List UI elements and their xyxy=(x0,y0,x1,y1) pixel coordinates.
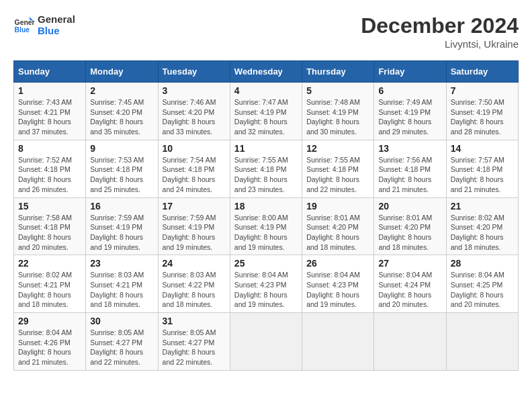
day-number: 16 xyxy=(90,201,153,212)
calendar-cell: 26Sunrise: 8:04 AM Sunset: 4:23 PM Dayli… xyxy=(302,255,374,313)
day-number: 10 xyxy=(163,143,226,154)
day-info: Sunrise: 8:04 AM Sunset: 4:23 PM Dayligh… xyxy=(234,270,298,310)
day-info: Sunrise: 7:59 AM Sunset: 4:19 PM Dayligh… xyxy=(90,213,153,253)
day-number: 18 xyxy=(234,201,298,212)
calendar-cell: 24Sunrise: 8:03 AM Sunset: 4:22 PM Dayli… xyxy=(158,255,230,313)
week-row-2: 8Sunrise: 7:52 AM Sunset: 4:18 PM Daylig… xyxy=(14,140,519,197)
day-number: 11 xyxy=(234,143,298,154)
day-info: Sunrise: 7:49 AM Sunset: 4:19 PM Dayligh… xyxy=(378,97,441,137)
calendar-cell: 1Sunrise: 7:43 AM Sunset: 4:21 PM Daylig… xyxy=(14,83,86,140)
day-info: Sunrise: 7:48 AM Sunset: 4:19 PM Dayligh… xyxy=(306,97,369,137)
day-info: Sunrise: 7:50 AM Sunset: 4:19 PM Dayligh… xyxy=(451,97,514,137)
calendar-cell xyxy=(374,313,446,371)
calendar-cell: 21Sunrise: 8:02 AM Sunset: 4:20 PM Dayli… xyxy=(446,197,518,255)
title-block: December 2024 Livyntsi, Ukraine xyxy=(361,13,519,50)
day-info: Sunrise: 7:53 AM Sunset: 4:18 PM Dayligh… xyxy=(90,155,153,195)
header-day-thursday: Thursday xyxy=(302,61,374,83)
calendar-cell: 27Sunrise: 8:04 AM Sunset: 4:24 PM Dayli… xyxy=(374,255,446,313)
calendar-cell: 29Sunrise: 8:04 AM Sunset: 4:26 PM Dayli… xyxy=(14,313,86,371)
day-info: Sunrise: 7:46 AM Sunset: 4:20 PM Dayligh… xyxy=(163,97,226,137)
logo-icon: General Blue xyxy=(13,14,35,36)
day-info: Sunrise: 8:02 AM Sunset: 4:21 PM Dayligh… xyxy=(18,270,81,310)
calendar-table: SundayMondayTuesdayWednesdayThursdayFrid… xyxy=(13,60,519,371)
header-day-saturday: Saturday xyxy=(446,61,518,83)
page-header: General Blue General Blue December 2024 … xyxy=(13,13,519,50)
day-number: 25 xyxy=(234,258,298,269)
calendar-cell: 18Sunrise: 8:00 AM Sunset: 4:19 PM Dayli… xyxy=(230,197,302,255)
day-info: Sunrise: 8:01 AM Sunset: 4:20 PM Dayligh… xyxy=(306,213,369,253)
day-number: 7 xyxy=(451,85,514,96)
logo: General Blue General Blue xyxy=(13,13,75,36)
day-info: Sunrise: 8:02 AM Sunset: 4:20 PM Dayligh… xyxy=(451,213,514,253)
day-number: 20 xyxy=(378,201,441,212)
header-day-tuesday: Tuesday xyxy=(158,61,230,83)
day-info: Sunrise: 7:58 AM Sunset: 4:18 PM Dayligh… xyxy=(18,213,81,253)
day-number: 27 xyxy=(378,258,441,269)
week-row-1: 1Sunrise: 7:43 AM Sunset: 4:21 PM Daylig… xyxy=(14,83,519,140)
calendar-cell: 16Sunrise: 7:59 AM Sunset: 4:19 PM Dayli… xyxy=(86,197,158,255)
calendar-cell: 17Sunrise: 7:59 AM Sunset: 4:19 PM Dayli… xyxy=(158,197,230,255)
month-title: December 2024 xyxy=(361,13,519,38)
location-subtitle: Livyntsi, Ukraine xyxy=(361,38,519,50)
day-number: 26 xyxy=(306,258,369,269)
header-day-friday: Friday xyxy=(374,61,446,83)
calendar-cell: 4Sunrise: 7:47 AM Sunset: 4:19 PM Daylig… xyxy=(230,83,302,140)
calendar-cell: 7Sunrise: 7:50 AM Sunset: 4:19 PM Daylig… xyxy=(446,83,518,140)
calendar-cell: 8Sunrise: 7:52 AM Sunset: 4:18 PM Daylig… xyxy=(14,140,86,197)
day-info: Sunrise: 7:47 AM Sunset: 4:19 PM Dayligh… xyxy=(234,97,298,137)
day-info: Sunrise: 7:55 AM Sunset: 4:18 PM Dayligh… xyxy=(306,155,369,195)
day-number: 15 xyxy=(18,201,81,212)
day-number: 8 xyxy=(18,143,81,154)
day-info: Sunrise: 7:43 AM Sunset: 4:21 PM Dayligh… xyxy=(18,97,81,137)
calendar-body: 1Sunrise: 7:43 AM Sunset: 4:21 PM Daylig… xyxy=(14,83,519,371)
day-info: Sunrise: 7:55 AM Sunset: 4:18 PM Dayligh… xyxy=(234,155,298,195)
day-info: Sunrise: 8:04 AM Sunset: 4:26 PM Dayligh… xyxy=(18,328,81,367)
week-row-4: 22Sunrise: 8:02 AM Sunset: 4:21 PM Dayli… xyxy=(14,255,519,313)
day-number: 14 xyxy=(451,143,514,154)
day-number: 24 xyxy=(163,258,226,269)
day-number: 9 xyxy=(90,143,153,154)
day-number: 17 xyxy=(163,201,226,212)
day-info: Sunrise: 8:03 AM Sunset: 4:21 PM Dayligh… xyxy=(90,270,153,310)
calendar-cell: 31Sunrise: 8:05 AM Sunset: 4:27 PM Dayli… xyxy=(158,313,230,371)
calendar-header: SundayMondayTuesdayWednesdayThursdayFrid… xyxy=(14,61,519,83)
day-info: Sunrise: 8:04 AM Sunset: 4:24 PM Dayligh… xyxy=(378,270,441,310)
day-number: 30 xyxy=(90,316,153,326)
day-number: 1 xyxy=(18,85,81,96)
day-info: Sunrise: 7:56 AM Sunset: 4:18 PM Dayligh… xyxy=(378,155,441,195)
week-row-3: 15Sunrise: 7:58 AM Sunset: 4:18 PM Dayli… xyxy=(14,197,519,255)
week-row-5: 29Sunrise: 8:04 AM Sunset: 4:26 PM Dayli… xyxy=(14,313,519,371)
calendar-cell: 25Sunrise: 8:04 AM Sunset: 4:23 PM Dayli… xyxy=(230,255,302,313)
day-number: 13 xyxy=(378,143,441,154)
calendar-cell: 15Sunrise: 7:58 AM Sunset: 4:18 PM Dayli… xyxy=(14,197,86,255)
day-number: 5 xyxy=(306,85,369,96)
calendar-cell: 6Sunrise: 7:49 AM Sunset: 4:19 PM Daylig… xyxy=(374,83,446,140)
day-info: Sunrise: 7:59 AM Sunset: 4:19 PM Dayligh… xyxy=(163,213,226,253)
day-info: Sunrise: 7:52 AM Sunset: 4:18 PM Dayligh… xyxy=(18,155,81,195)
day-info: Sunrise: 8:04 AM Sunset: 4:25 PM Dayligh… xyxy=(451,270,514,310)
calendar-cell: 22Sunrise: 8:02 AM Sunset: 4:21 PM Dayli… xyxy=(14,255,86,313)
day-number: 6 xyxy=(378,85,441,96)
day-number: 31 xyxy=(163,316,226,326)
calendar-cell xyxy=(446,313,518,371)
header-day-monday: Monday xyxy=(86,61,158,83)
day-number: 22 xyxy=(18,258,81,269)
day-number: 12 xyxy=(306,143,369,154)
day-number: 2 xyxy=(90,85,153,96)
calendar-cell: 10Sunrise: 7:54 AM Sunset: 4:18 PM Dayli… xyxy=(158,140,230,197)
day-number: 21 xyxy=(451,201,514,212)
calendar-cell: 23Sunrise: 8:03 AM Sunset: 4:21 PM Dayli… xyxy=(86,255,158,313)
day-info: Sunrise: 7:54 AM Sunset: 4:18 PM Dayligh… xyxy=(163,155,226,195)
calendar-cell: 30Sunrise: 8:05 AM Sunset: 4:27 PM Dayli… xyxy=(86,313,158,371)
calendar-cell: 28Sunrise: 8:04 AM Sunset: 4:25 PM Dayli… xyxy=(446,255,518,313)
calendar-cell: 3Sunrise: 7:46 AM Sunset: 4:20 PM Daylig… xyxy=(158,83,230,140)
calendar-cell: 5Sunrise: 7:48 AM Sunset: 4:19 PM Daylig… xyxy=(302,83,374,140)
day-info: Sunrise: 8:03 AM Sunset: 4:22 PM Dayligh… xyxy=(163,270,226,310)
header-day-sunday: Sunday xyxy=(14,61,86,83)
day-info: Sunrise: 8:04 AM Sunset: 4:23 PM Dayligh… xyxy=(306,270,369,310)
calendar-cell: 13Sunrise: 7:56 AM Sunset: 4:18 PM Dayli… xyxy=(374,140,446,197)
logo-line1: General xyxy=(38,13,75,25)
calendar-cell: 12Sunrise: 7:55 AM Sunset: 4:18 PM Dayli… xyxy=(302,140,374,197)
day-number: 19 xyxy=(306,201,369,212)
logo-line2: Blue xyxy=(38,25,75,36)
